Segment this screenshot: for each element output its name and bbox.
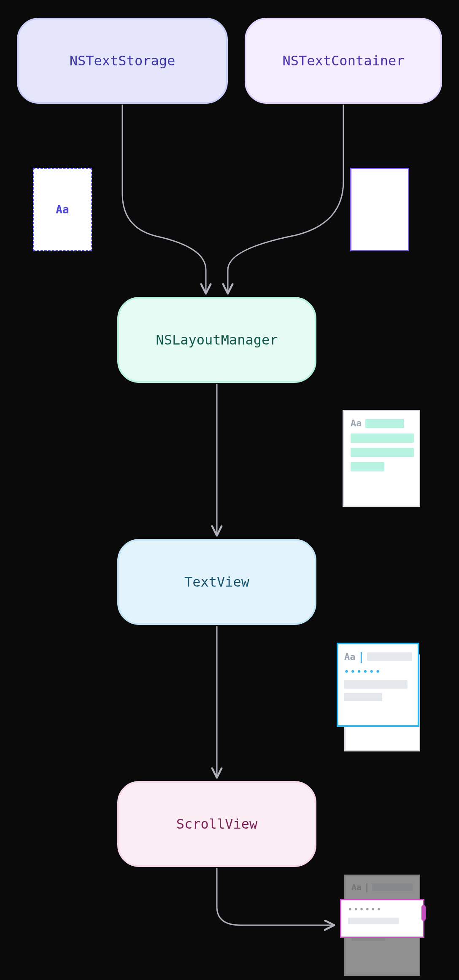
text-cursor-icon: |: [364, 882, 370, 892]
text-line-icon: [344, 680, 408, 689]
node-nstextcontainer: NSTextContainer: [245, 18, 442, 104]
text-container-icon: [350, 168, 409, 251]
scroll-viewport-icon: ••••••: [340, 899, 424, 938]
node-textview: TextView: [117, 539, 316, 625]
node-scrollview: ScrollView: [117, 781, 316, 867]
node-label: NSLayoutManager: [156, 332, 278, 348]
text-line-icon: [344, 693, 382, 701]
layout-manager-icon: Aa: [343, 410, 420, 507]
aa-glyph: Aa: [351, 882, 362, 892]
node-label: NSTextContainer: [283, 53, 405, 69]
text-line-icon: [372, 883, 413, 891]
text-line-icon: [367, 652, 412, 661]
editor-viewport-icon: Aa | ••••••: [337, 643, 419, 727]
aa-glyph: Aa: [56, 203, 69, 216]
text-cursor-icon: |: [358, 650, 365, 663]
text-line-icon: [365, 419, 404, 428]
arrow-storage-to-layout: [122, 105, 206, 293]
node-label: TextView: [184, 574, 249, 590]
node-label: NSTextStorage: [70, 53, 175, 69]
aa-glyph: Aa: [351, 418, 362, 428]
arrow-container-to-layout: [228, 105, 343, 293]
text-line-icon: [348, 918, 399, 924]
node-nstextstorage: NSTextStorage: [17, 18, 228, 104]
text-storage-icon: Aa: [33, 168, 92, 251]
scrollview-icon: Aa | ••••••: [340, 875, 425, 977]
selection-dots-icon: ••••••: [348, 905, 416, 913]
textview-icon: Aa | ••••••: [337, 643, 425, 751]
arrow-scrollview-to-icon: [217, 868, 333, 925]
aa-glyph: Aa: [344, 652, 356, 662]
selection-dots-icon: ••••••: [344, 667, 412, 676]
text-line-icon: [351, 433, 414, 443]
scrollbar-thumb-icon: [421, 905, 426, 921]
node-label: ScrollView: [176, 816, 258, 832]
text-line-icon: [351, 462, 384, 471]
text-line-icon: [351, 448, 414, 457]
node-nslayoutmanager: NSLayoutManager: [117, 297, 316, 383]
